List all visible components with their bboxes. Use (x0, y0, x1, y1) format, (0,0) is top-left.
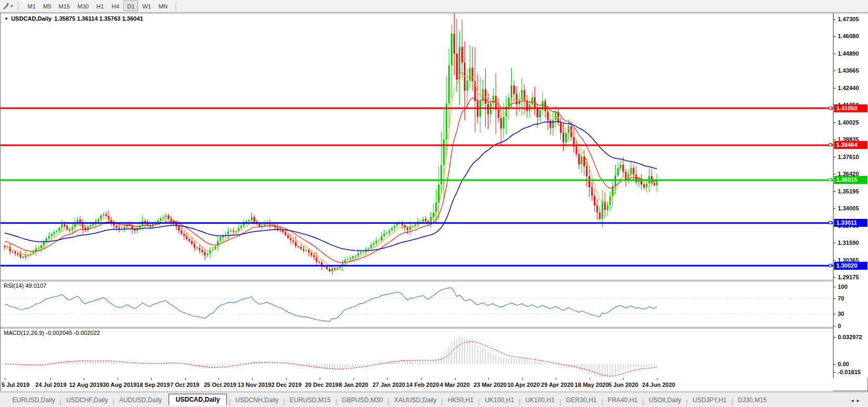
rsi-canvas (1, 281, 833, 327)
price-badge-resistance-line[interactable]: 1.41060 (834, 104, 867, 112)
macd-panel[interactable]: MACD(12,26,9) -0.002045 -0.002022 (1, 329, 833, 378)
cursor-tool-icon[interactable] (2, 2, 10, 10)
timeframe-button-m5[interactable]: M5 (40, 1, 54, 11)
macd-axis-label: 0.032972 (834, 334, 868, 341)
chart-tab-dj30-m15[interactable]: DJ30,M15 (733, 395, 772, 405)
chart-tab-gbpusd-m30[interactable]: GBPUSD,M30 (337, 395, 388, 405)
date-axis-tick (421, 378, 422, 380)
resistance-line[interactable] (1, 108, 833, 109)
chart-tab-bar: EURUSD,Daily|USDCHF,Daily|AUDUSD,DailyUS… (0, 392, 868, 407)
cursor-tool-dropdown-icon[interactable]: ▾ (11, 4, 13, 8)
timeframes-toolbar: ▾ M1M5M15M30H1H4D1W1MN (0, 0, 868, 12)
price-axis-tick: 1.40025 (834, 119, 868, 126)
chart-tab-usdcad-daily[interactable]: USDCAD,Daily (169, 394, 226, 405)
chart-tab-ger30-h1[interactable]: GER30,H1 (561, 395, 601, 405)
date-axis-tick (556, 378, 556, 380)
price-axis-tick: 1.43665 (834, 67, 868, 74)
date-axis-label: 4 Mar 2020 (440, 382, 470, 388)
rsi-indicator-label: RSI(14) 49.0107 (4, 282, 47, 289)
timeframe-button-m15[interactable]: M15 (56, 1, 73, 11)
tab-scroll-right-icon[interactable]: ▸ (857, 397, 863, 403)
date-axis-label: 23 Mar 2020 (474, 382, 506, 388)
date-axis-label: 5 Jul 2019 (2, 382, 30, 388)
date-axis-tick (84, 378, 84, 380)
tab-scroll-arrows: ◂▸ (851, 397, 863, 403)
chart-tab-usoil-daily[interactable]: USOil,Daily (644, 395, 686, 405)
line-handle-icon[interactable] (829, 221, 832, 224)
support-line[interactable] (1, 265, 833, 267)
date-axis-tick (590, 378, 590, 380)
date-axis-tick (522, 378, 523, 380)
ma-slow-line (5, 122, 657, 251)
symbol-dropdown-triangle-icon[interactable]: ▼ (4, 16, 8, 21)
date-axis-label: 24 Jul 2019 (36, 382, 67, 388)
date-axis-tick (488, 378, 489, 380)
timeframe-button-m30[interactable]: M30 (74, 1, 92, 11)
timeframe-button-h1[interactable]: H1 (93, 1, 107, 11)
line-handle-icon[interactable] (829, 178, 832, 181)
resistance-line[interactable] (1, 145, 833, 146)
timeframe-button-m1[interactable]: M1 (24, 1, 39, 11)
date-axis-label: 20 Dec 2019 (305, 382, 338, 388)
ma-fast-line (5, 72, 657, 268)
date-axis-tick (657, 378, 657, 380)
line-handle-icon[interactable] (829, 264, 832, 267)
price-axis-tick: 1.37610 (834, 154, 868, 161)
macd-axis-label: 0.00 (834, 361, 868, 368)
current-price-line[interactable] (1, 179, 833, 181)
date-axis-label: 27 Jan 2020 (372, 382, 405, 388)
timeframe-button-h4[interactable]: H4 (108, 1, 122, 11)
macd-axis-label: -0.01815 (834, 369, 868, 376)
chart-symbol-label: USDCAD,Daily (11, 15, 51, 22)
chart-tab-fra40-h1[interactable]: FRA40,H1 (603, 395, 642, 405)
date-axis-label: 13 Nov 2019 (238, 382, 271, 388)
date-axis-label: 2 Dec 2019 (271, 382, 302, 388)
chart-window: ▼ USDCAD,Daily 1.35875 1.36114 1.35763 1… (0, 13, 868, 391)
date-axis-label: 18 Sep 2019 (136, 382, 170, 388)
price-axis: 1.473051.460801.448901.436651.424401.412… (833, 13, 868, 378)
date-axis-tick (151, 378, 152, 380)
price-badge-support-line[interactable]: 1.30020 (834, 262, 867, 270)
chart-tab-uk100-h1[interactable]: UK100,H1 (480, 395, 519, 405)
chart-tab-uk100-h1[interactable]: UK100,H1 (521, 395, 559, 405)
date-axis-tick (354, 378, 354, 380)
chart-tab-usdchf-daily[interactable]: USDCHF,Daily (62, 395, 113, 405)
price-badge-support-line[interactable]: 1.33011 (834, 219, 867, 227)
timeframe-button-d1[interactable]: D1 (124, 1, 138, 11)
date-axis-tick (320, 378, 320, 380)
price-axis-tick: 1.35195 (834, 188, 868, 195)
toolbar-separator (176, 2, 176, 10)
price-badge-resistance-line[interactable]: 1.38464 (834, 141, 867, 149)
chart-tab-usdcnh-daily[interactable]: USDCNH,Daily (231, 395, 283, 405)
date-axis-tick (50, 378, 51, 380)
main-chart-panel[interactable]: ▼ USDCAD,Daily 1.35875 1.36114 1.35763 1… (1, 13, 833, 280)
price-badge-current-price-line[interactable]: 1.36015 (834, 176, 867, 184)
candlestick-series (4, 13, 658, 275)
chart-tab-hk50-h1[interactable]: HK50,H1 (443, 395, 478, 405)
chart-ohlc-values: 1.35875 1.36114 1.35763 1.36041 (54, 15, 143, 22)
date-axis-label: 14 Feb 2020 (406, 382, 439, 388)
date-axis-label: 8 Jan 2020 (339, 382, 369, 388)
toolbar-grip[interactable] (17, 2, 20, 10)
date-axis-tick (218, 378, 219, 380)
chart-tab-eurusd-m15[interactable]: EURUSD,M15 (285, 395, 335, 405)
macd-indicator-label: MACD(12,26,9) -0.002045 -0.002022 (4, 330, 100, 336)
chart-tab-usdjpy-h1[interactable]: USDJPY,H1 (688, 395, 731, 405)
chart-tab-eurusd-daily[interactable]: EURUSD,Daily (7, 395, 60, 405)
date-axis: 5 Jul 201924 Jul 201912 Aug 201930 Aug 2… (1, 378, 833, 392)
timeframe-button-w1[interactable]: W1 (139, 1, 154, 11)
support-line[interactable] (1, 222, 833, 224)
price-axis-tick: 1.31590 (834, 240, 868, 246)
candlestick-chart-canvas[interactable] (1, 13, 833, 280)
rsi-axis-label: 0 (834, 323, 868, 330)
rsi-axis-label: 30 (834, 311, 868, 317)
macd-signal-line (5, 341, 657, 376)
chart-tab-xauusd-daily[interactable]: XAUUSD,Daily (389, 395, 441, 405)
chart-tab-audusd-daily[interactable]: AUDUSD,Daily (115, 395, 167, 405)
line-handle-icon[interactable] (829, 143, 832, 146)
line-handle-icon[interactable] (829, 107, 832, 110)
timeframe-button-mn[interactable]: MN (155, 1, 171, 11)
rsi-axis-label: 70 (834, 295, 868, 302)
tab-scroll-left-icon[interactable]: ◂ (851, 397, 857, 403)
rsi-panel[interactable]: RSI(14) 49.0107 (1, 281, 833, 327)
